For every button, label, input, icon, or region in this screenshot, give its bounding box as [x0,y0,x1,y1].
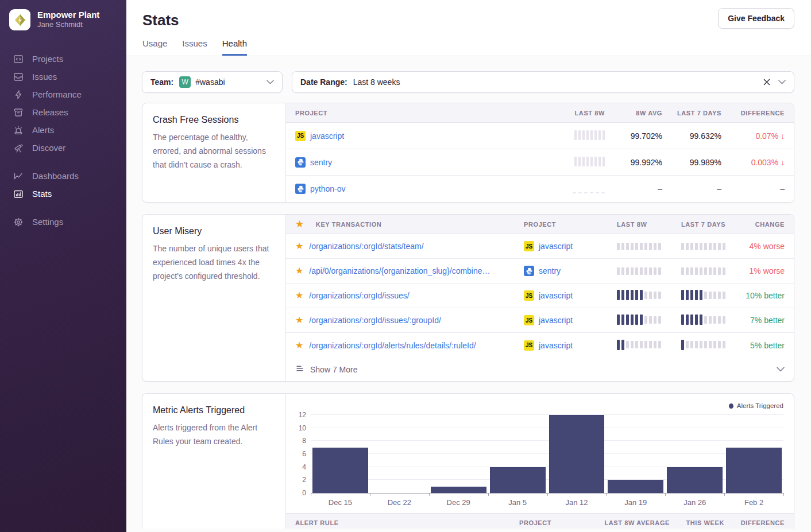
sidebar-item-releases[interactable]: Releases [0,103,126,121]
sidebar-item-label: Settings [32,217,63,227]
panel-subtitle: Alerts triggered from the Alert Rules yo… [153,421,275,449]
project-link[interactable]: javascript [539,291,573,300]
column-header: PROJECT [515,519,589,526]
issues-icon [13,71,24,83]
chart-bar[interactable] [667,467,723,493]
org-switcher[interactable]: Empower Plant Jane Schmidt [0,0,126,36]
transaction-link[interactable]: /api/0/organizations/{organization_slug}… [309,266,490,275]
list-icon [295,364,304,375]
sidebar-item-dashboards[interactable]: Dashboards [0,167,126,185]
column-header: ALERT RULE [286,519,515,526]
key-transaction-star-icon[interactable]: ★ [295,291,303,300]
table-row: JSjavascript99.702%99.632%0.07% ↓ [286,123,794,149]
transaction-link[interactable]: /organizations/:orgId/issues/ [309,291,409,300]
x-axis-label: Jan 5 [488,498,547,507]
sidebar-item-projects[interactable]: Projects [0,50,126,68]
project-link[interactable]: sentry [310,158,332,167]
last-7-days-sparkline [665,339,729,352]
chart-bar[interactable] [490,467,546,493]
sidebar-item-issues[interactable]: Issues [0,68,126,86]
column-header: PROJECT [286,110,536,117]
show-more-label: Show 7 More [310,365,357,374]
give-feedback-button[interactable]: Give Feedback [718,8,794,29]
app-window: Empower Plant Jane Schmidt Projects Issu… [0,0,811,532]
x-axis-tick [783,493,784,496]
date-range-filter[interactable]: Date Range: Last 8 weeks [292,71,794,93]
y-axis-tick-label: 10 [288,424,306,432]
key-transaction-star-icon[interactable]: ★ [295,266,303,275]
chart-bar[interactable] [312,448,368,493]
settings-icon [13,216,24,228]
chart-bar[interactable] [608,480,663,493]
column-header: PROJECT [515,221,601,228]
table-header: ★KEY TRANSACTION PROJECT LAST 8W LAST 7 … [286,215,794,234]
last-8w-sparkline [601,265,665,277]
tab-health[interactable]: Health [222,38,247,56]
tab-usage[interactable]: Usage [142,38,167,56]
chevron-down-icon[interactable] [778,80,786,84]
sessions-sparkline [574,156,605,168]
x-axis-tick [429,493,430,496]
project-link[interactable]: javascript [539,341,573,350]
sidebar-item-stats[interactable]: Stats [0,185,126,203]
x-axis-tick [370,493,370,496]
column-header: KEY TRANSACTION [316,221,382,228]
sidebar-item-settings[interactable]: Settings [0,213,126,231]
legend-label: Alerts Triggered [737,402,783,409]
sidebar-item-discover[interactable]: Discover [0,139,126,157]
y-axis-tick-label: 2 [288,476,306,484]
tab-issues[interactable]: Issues [182,38,207,56]
user-misery-description: User Misery The number of unique users t… [142,215,286,381]
date-range-value: Last 8 weeks [353,77,400,87]
python-platform-icon [524,266,534,276]
project-cell: JSjavascript [515,290,601,301]
transaction-cell: ★/api/0/organizations/{organization_slug… [286,266,515,275]
sidebar-nav: Projects Issues Performance Releases Ale… [0,50,126,231]
project-cell: sentry [515,266,601,276]
project-link[interactable]: javascript [310,131,344,141]
content-area: Team: W #wasabi Date Range: Last 8 weeks [126,56,811,529]
x-axis-tick [724,493,725,496]
project-link[interactable]: python-ov [310,184,345,193]
chart-gridline [311,414,783,415]
transaction-cell: ★/organizations/:orgId/stats/team/ [286,242,515,251]
misery-sparkline [681,339,725,351]
x-axis-label: Jan 12 [547,498,607,507]
key-transaction-star-icon[interactable]: ★ [295,316,303,325]
misery-sparkline [617,265,661,277]
projects-icon [13,53,24,65]
chart-x-axis-labels: Dec 15Dec 22Dec 29Jan 5Jan 12Jan 19Jan 2… [311,498,783,507]
alerts-icon [13,125,24,136]
team-filter[interactable]: Team: W #wasabi [142,71,283,93]
project-link[interactable]: javascript [539,242,573,251]
transaction-link[interactable]: /organizations/:orgId/issues/:groupId/ [309,316,441,325]
chart-bar[interactable] [726,448,782,493]
chart-bar[interactable] [549,415,605,493]
clear-icon[interactable] [763,79,770,86]
releases-icon [13,107,24,118]
column-header: LAST 7 DAYS [662,110,721,117]
transaction-link[interactable]: /organizations/:orgId/stats/team/ [309,242,423,251]
project-cell: sentry [286,157,536,168]
project-link[interactable]: sentry [539,266,561,275]
sparkline-bars [574,130,605,140]
project-link[interactable]: javascript [539,316,573,325]
last-7-days-value: 99.989% [662,158,721,167]
javascript-platform-icon: JS [524,290,534,301]
sidebar-item-performance[interactable]: Performance [0,86,126,103]
transaction-link[interactable]: /organizations/:orgId/alerts/rules/detai… [309,341,476,350]
chart-bar[interactable] [431,487,486,493]
sidebar-item-alerts[interactable]: Alerts [0,121,126,139]
misery-sparkline [617,240,661,252]
show-more-row[interactable]: Show 7 More [286,358,794,381]
chevron-down-icon[interactable] [267,80,274,84]
misery-sparkline [681,265,725,277]
javascript-platform-icon: JS [295,131,306,141]
chart-legend[interactable]: Alerts Triggered [729,402,783,409]
project-cell: python-ov [286,184,536,194]
x-axis-label: Dec 29 [429,498,488,507]
key-transaction-star-icon[interactable]: ★ [295,242,303,251]
key-transaction-star-icon[interactable]: ★ [295,341,303,350]
chevron-down-icon[interactable] [777,367,785,372]
sidebar-item-label: Issues [32,72,57,81]
